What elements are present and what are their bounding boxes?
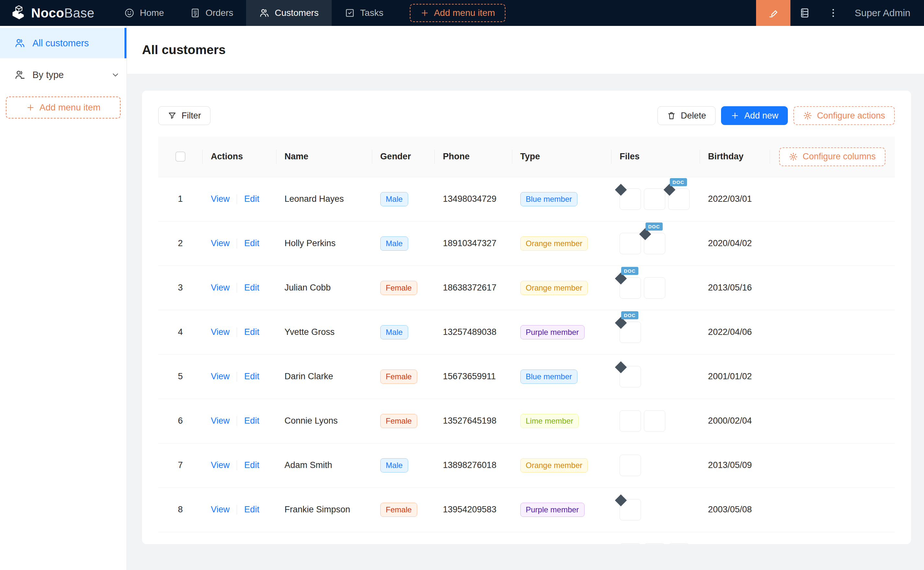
- link-divider: [237, 283, 237, 293]
- configure-columns-label: Configure columns: [803, 152, 876, 162]
- view-link[interactable]: View: [211, 327, 229, 337]
- view-link[interactable]: View: [211, 416, 229, 426]
- delete-button-label: Delete: [681, 111, 706, 121]
- configure-columns-button[interactable]: Configure columns: [779, 147, 886, 166]
- pdf-file-icon[interactable]: [620, 499, 641, 521]
- view-link[interactable]: View: [211, 238, 229, 248]
- add-menu-item-label: Add menu item: [40, 102, 100, 113]
- edit-link[interactable]: Edit: [244, 327, 259, 337]
- doc-file-icon[interactable]: DOC: [644, 233, 665, 254]
- usergroup-by-type-icon: [14, 69, 25, 80]
- table-toolbar: Filter Delete Add new: [158, 106, 895, 125]
- ui-editor-button[interactable]: [756, 0, 790, 26]
- navbar-add-menu-item-button[interactable]: Add menu item: [410, 4, 505, 22]
- column-header-gender: Gender: [372, 137, 434, 177]
- edit-link[interactable]: Edit: [244, 504, 259, 514]
- database-icon: [799, 8, 810, 18]
- table-row: 4ViewEditYvette GrossMale13257489038Purp…: [158, 310, 895, 354]
- files-cell: [620, 455, 691, 476]
- top-navbar: NocoBase Home Orders Custom: [0, 0, 924, 26]
- edit-link[interactable]: Edit: [244, 416, 259, 426]
- link-divider: [237, 372, 237, 382]
- current-user[interactable]: Super Admin: [847, 8, 924, 18]
- configure-actions-button[interactable]: Configure actions: [793, 106, 895, 125]
- view-link[interactable]: View: [211, 194, 229, 204]
- menu-item-label: Home: [140, 8, 164, 18]
- image-thumbnail[interactable]: [620, 410, 641, 432]
- member-type-badge: Orange member: [520, 458, 588, 472]
- smiley-icon: [124, 8, 135, 18]
- plus-icon: [420, 8, 429, 17]
- image-thumbnail[interactable]: [620, 544, 641, 544]
- edit-link[interactable]: Edit: [244, 460, 259, 470]
- add-new-button[interactable]: Add new: [721, 106, 788, 125]
- image-thumbnail[interactable]: [644, 188, 665, 210]
- menu-item-home[interactable]: Home: [111, 0, 177, 26]
- row-index: 1: [178, 194, 183, 204]
- column-header-actions: Actions: [202, 137, 276, 177]
- phone-number: 15673659911: [443, 371, 496, 381]
- page-content: Filter Delete Add new: [127, 74, 924, 544]
- pdf-file-icon[interactable]: [620, 366, 641, 387]
- table-row: 1ViewEditLeonard HayesMale13498034729Blu…: [158, 177, 895, 221]
- menu-item-tasks[interactable]: Tasks: [332, 0, 397, 26]
- row-index: 7: [178, 460, 183, 470]
- phone-number: 13898276018: [443, 460, 497, 470]
- member-type-badge: Orange member: [520, 281, 588, 295]
- sidebar-item-by-type[interactable]: By type: [0, 63, 126, 87]
- view-link[interactable]: View: [211, 460, 229, 470]
- sidebar-add-menu-item-button[interactable]: Add menu item: [6, 97, 121, 118]
- menu-item-orders[interactable]: Orders: [177, 0, 246, 26]
- view-link[interactable]: View: [211, 283, 229, 293]
- image-thumbnail[interactable]: [644, 544, 665, 544]
- plus-icon: [730, 111, 740, 120]
- phone-number: 13527645198: [443, 416, 497, 426]
- image-thumbnail[interactable]: [620, 455, 641, 476]
- collections-button[interactable]: [790, 8, 819, 18]
- row-index: 6: [178, 416, 183, 426]
- gender-badge: Male: [380, 458, 408, 472]
- menu-item-customers[interactable]: Customers: [246, 0, 331, 26]
- image-thumbnail[interactable]: [668, 544, 690, 544]
- configure-actions-label: Configure actions: [817, 111, 885, 121]
- sidebar-item-all-customers[interactable]: All customers: [0, 28, 126, 58]
- link-divider: [237, 239, 237, 248]
- image-thumbnail[interactable]: [644, 410, 665, 432]
- sidebar: All customers By type Add menu item: [0, 26, 127, 570]
- phone-number: 18638372617: [443, 283, 497, 293]
- row-index: 2: [178, 238, 183, 248]
- edit-link[interactable]: Edit: [244, 238, 259, 248]
- edit-link[interactable]: Edit: [244, 283, 259, 293]
- doc-file-icon[interactable]: DOC: [668, 188, 690, 210]
- files-cell: [620, 499, 691, 521]
- main-area: All customers Filter Delete: [127, 26, 924, 570]
- gender-badge: Male: [380, 192, 408, 206]
- doc-file-icon[interactable]: DOC: [620, 322, 641, 343]
- edit-link[interactable]: Edit: [244, 371, 259, 381]
- image-thumbnail[interactable]: [644, 277, 665, 299]
- image-thumbnail[interactable]: [620, 233, 641, 254]
- select-all-checkbox[interactable]: [175, 152, 186, 162]
- birthday-value: 2020/04/02: [708, 238, 752, 248]
- filter-button[interactable]: Filter: [158, 106, 211, 125]
- table-row: 3ViewEditJulian CobbFemale18638372617Ora…: [158, 265, 895, 310]
- files-cell: DOC: [620, 277, 691, 299]
- customer-name: Adam Smith: [284, 460, 332, 470]
- nocobase-logo[interactable]: NocoBase: [0, 5, 103, 21]
- files-cell: DOC: [620, 188, 691, 210]
- edit-link[interactable]: Edit: [244, 194, 259, 204]
- doc-file-icon[interactable]: DOC: [620, 277, 641, 299]
- more-button[interactable]: [819, 8, 847, 18]
- pdf-file-icon[interactable]: [620, 188, 641, 210]
- view-link[interactable]: View: [211, 504, 229, 514]
- page-header: All customers: [127, 26, 924, 74]
- delete-button[interactable]: Delete: [658, 106, 715, 125]
- customer-name: Julian Cobb: [284, 283, 331, 293]
- customers-table: Actions Name Gender Phone Type Files Bir…: [158, 137, 895, 544]
- navbar-right: Super Admin: [756, 0, 924, 26]
- view-link[interactable]: View: [211, 371, 229, 381]
- highlighter-icon: [767, 7, 779, 19]
- phone-number: 13954209583: [443, 504, 497, 514]
- birthday-value: 2013/05/09: [708, 460, 752, 470]
- gender-badge: Male: [380, 236, 408, 251]
